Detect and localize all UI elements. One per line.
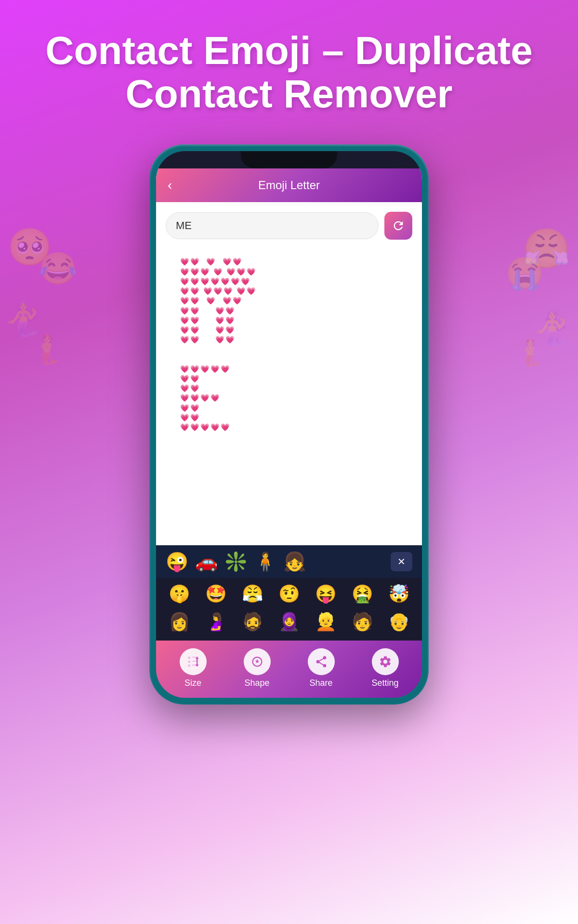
refresh-button[interactable]	[384, 212, 412, 240]
share-label: Share	[309, 678, 332, 688]
keyboard-top-emojis: 😜 🚗 ❇️ 🧍 👧	[166, 551, 306, 572]
search-row	[166, 212, 412, 240]
emoji-hijab[interactable]: 🧕	[272, 609, 306, 635]
size-icon	[186, 655, 200, 668]
setting-icon	[379, 655, 392, 668]
shape-icon	[250, 655, 264, 668]
keyboard-emoji-1[interactable]: 😜	[166, 551, 188, 572]
emoji-pregnant[interactable]: 🤰	[198, 609, 233, 635]
app-topbar: ‹ Emoji Letter	[156, 168, 422, 202]
emoji-woman[interactable]: 👩	[162, 609, 197, 635]
phone-notch	[241, 151, 337, 168]
share-icon	[315, 655, 328, 668]
keyboard-emoji-5[interactable]: 👧	[283, 551, 306, 572]
setting-icon-circle	[372, 648, 399, 675]
phone-inner: ‹ Emoji Letter	[156, 151, 422, 698]
text-input[interactable]	[166, 212, 379, 239]
emoji-hush[interactable]: 🤫	[162, 581, 197, 607]
keyboard-emoji-2[interactable]: 🚗	[195, 551, 218, 572]
back-button[interactable]: ‹	[168, 178, 172, 193]
page-header: Contact Emoji – Duplicate Contact Remove…	[0, 0, 578, 135]
keyboard-emoji-grid: 🤫 🤩 😤 🤨 😝 🤮 🤯 👩 🤰 🧔 🧕 👱	[162, 581, 416, 635]
emoji-angry[interactable]: 😤	[235, 581, 270, 607]
app-screen: ‹ Emoji Letter	[156, 168, 422, 698]
toolbar-share[interactable]: Share	[302, 648, 341, 688]
emoji-letter-e: 💗💗💗💗💗 💗💗 💗💗 💗💗💗💗 💗💗 💗💗 💗💗💗💗💗	[171, 359, 407, 437]
phone-outer: ‹ Emoji Letter	[149, 144, 429, 705]
shape-label: Shape	[244, 678, 269, 688]
shape-icon-circle	[244, 648, 271, 675]
page-title: Contact Emoji – Duplicate Contact Remove…	[39, 29, 539, 116]
size-label: Size	[184, 678, 201, 688]
keyboard-delete-button[interactable]: ✕	[391, 552, 412, 571]
keyboard-area: 😜 🚗 ❇️ 🧍 👧 ✕ 🤫 🤩 😤	[156, 545, 422, 698]
keyboard-emoji-3[interactable]: ❇️	[224, 551, 247, 572]
emoji-blond[interactable]: 👱	[308, 609, 343, 635]
keyboard-emoji-4[interactable]: 🧍	[254, 551, 276, 572]
emoji-star-eyes[interactable]: 🤩	[198, 581, 233, 607]
emoji-exploding[interactable]: 🤯	[381, 581, 416, 607]
emoji-beard[interactable]: 🧔	[235, 609, 270, 635]
toolbar-size[interactable]: Size	[174, 648, 212, 688]
emoji-raised-brow[interactable]: 🤨	[272, 581, 306, 607]
keyboard-top-row: 😜 🚗 ❇️ 🧍 👧 ✕	[156, 545, 422, 578]
setting-label: Setting	[371, 678, 398, 688]
toolbar-shape[interactable]: Shape	[238, 648, 276, 688]
refresh-icon	[392, 219, 405, 232]
toolbar-setting[interactable]: Setting	[366, 648, 405, 688]
keyboard-main: 🤫 🤩 😤 🤨 😝 🤮 🤯 👩 🤰 🧔 🧕 👱	[156, 578, 422, 641]
size-icon-circle	[180, 648, 207, 675]
emoji-letter-m: 💗💗 💗 💗💗 💗💗💗 💗 💗💗💗 💗💗💗💗💗💗💗 💗💗 💗💗💗 💗💗 💗💗 💗…	[171, 252, 407, 349]
emoji-tongue[interactable]: 😝	[308, 581, 343, 607]
emoji-old[interactable]: 👴	[381, 609, 416, 635]
bottom-toolbar: Size Shape	[156, 641, 422, 698]
emoji-vomit[interactable]: 🤮	[345, 581, 380, 607]
phone-wrapper: ‹ Emoji Letter	[0, 144, 578, 705]
emoji-person[interactable]: 🧑	[345, 609, 380, 635]
emoji-display: 💗💗 💗 💗💗 💗💗💗 💗 💗💗💗 💗💗💗💗💗💗💗 💗💗 💗💗💗 💗💗 💗💗 💗…	[166, 247, 412, 488]
share-icon-circle	[308, 648, 335, 675]
app-content: 💗💗 💗 💗💗 💗💗💗 💗 💗💗💗 💗💗💗💗💗💗💗 💗💗 💗💗💗 💗💗 💗💗 💗…	[156, 202, 422, 545]
topbar-title: Emoji Letter	[258, 179, 320, 192]
